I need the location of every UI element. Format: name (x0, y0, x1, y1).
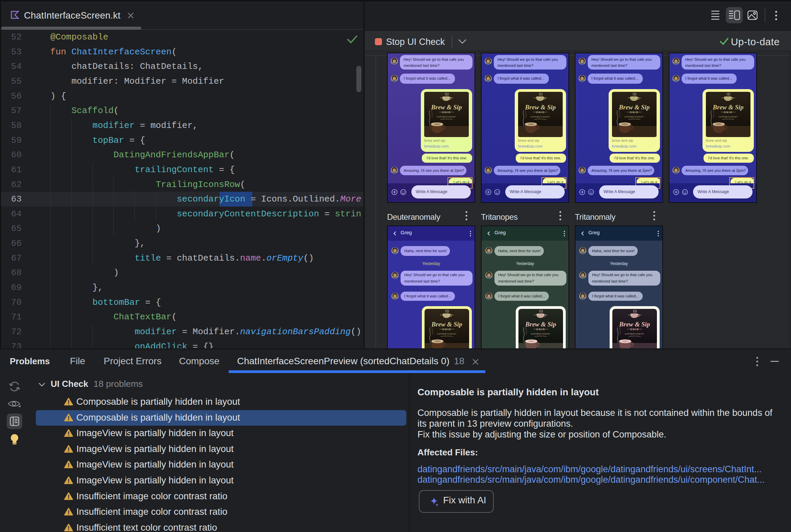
svg-text:ONID: ONID (442, 328, 451, 331)
svg-text:Brew & Sip: Brew & Sip (619, 321, 650, 328)
svg-text:Brew & Sip: Brew & Sip (525, 103, 556, 111)
svg-text:COFFEETCNSIDY: COFFEETCNSIDY (625, 116, 644, 118)
svg-text:Brew & Sip: Brew & Sip (431, 321, 462, 328)
svg-text:Brew & Sip: Brew & Sip (431, 103, 462, 111)
svg-text:ONID: ONID (442, 111, 451, 114)
svg-text:ONID: ONID (724, 111, 733, 114)
svg-text:ONID: ONID (630, 328, 639, 331)
svg-text:ONID: ONID (536, 328, 545, 331)
svg-text:COFFEETCNSIDY: COFFEETCNSIDY (625, 333, 644, 335)
svg-text:Brew & Sip: Brew & Sip (619, 103, 650, 111)
svg-text:ONID: ONID (536, 111, 545, 114)
svg-text:Brew & Sip: Brew & Sip (713, 103, 744, 111)
svg-text:COFFEETCNSIDY: COFFEETCNSIDY (531, 333, 551, 335)
svg-text:Brew & Sip: Brew & Sip (525, 321, 556, 328)
svg-text:ONID: ONID (630, 111, 639, 114)
svg-text:COFFEETCNSIDY: COFFEETCNSIDY (437, 116, 456, 118)
svg-text:COFFEETCNSIDY: COFFEETCNSIDY (718, 116, 738, 118)
svg-text:COFFEETCNSIDY: COFFEETCNSIDY (531, 116, 550, 118)
svg-text:COFFEETCNSIDY: COFFEETCNSIDY (437, 333, 457, 335)
